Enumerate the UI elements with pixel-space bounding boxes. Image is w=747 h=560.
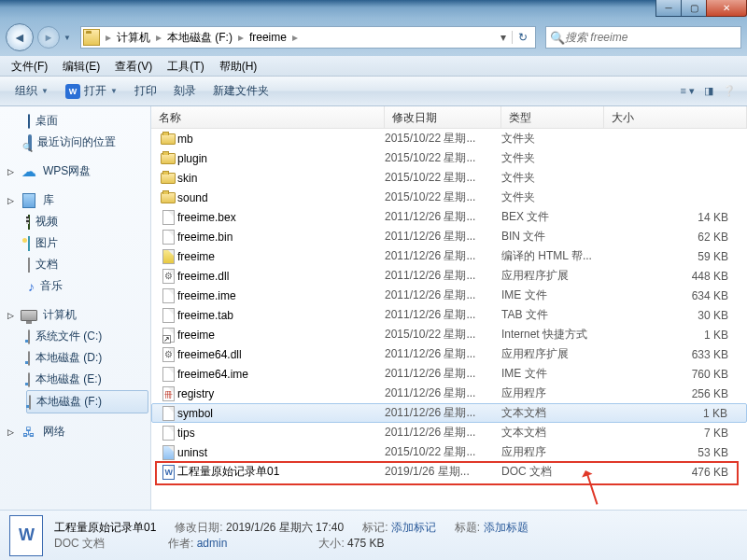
file-name: tips (177, 427, 385, 440)
sidebar-wps[interactable]: ▷☁WPS网盘 (0, 161, 150, 182)
file-name: freeime (177, 250, 385, 263)
file-date: 2011/12/26 星期... (385, 366, 501, 382)
close-button[interactable]: ✕ (706, 0, 747, 17)
dll-icon (162, 347, 175, 362)
address-bar[interactable]: ▸ 计算机 ▸ 本地磁盘 (F:) ▸ freeime ▸ ▾ ↻ (80, 26, 536, 49)
search-input[interactable] (565, 31, 737, 44)
file-date: 2015/10/22 星期... (385, 444, 501, 460)
file-date: 2011/12/26 星期... (385, 248, 501, 264)
file-row[interactable]: registry2011/12/26 星期...应用程序256 KB (151, 384, 747, 403)
reg-icon (162, 386, 175, 401)
sidebar-drive-e[interactable]: 本地磁盘 (E:) (0, 369, 150, 390)
back-button[interactable]: ◄ (6, 23, 34, 51)
cloud-icon: ☁ (21, 164, 37, 179)
breadcrumb-drive[interactable]: 本地磁盘 (F:) (163, 30, 236, 46)
header-name[interactable]: 名称 (151, 106, 385, 128)
file-date: 2011/12/26 星期... (385, 385, 501, 401)
sidebar-network[interactable]: ▷🖧网络 (0, 421, 150, 442)
breadcrumb-folder[interactable]: freeime (246, 31, 290, 44)
sidebar-videos[interactable]: 视频 (0, 211, 150, 232)
folder-icon (161, 153, 176, 164)
toolbar-open[interactable]: W打开▼ (58, 79, 125, 103)
menu-tools[interactable]: 工具(T) (160, 56, 211, 76)
maximize-button[interactable]: ▢ (681, 0, 707, 17)
file-row[interactable]: freeime64.dll2011/12/26 星期...应用程序扩展633 K… (151, 344, 747, 364)
file-row[interactable]: 工程量原始记录单012019/1/26 星期...DOC 文档476 KB (151, 462, 747, 482)
file-row[interactable]: freeime.bin2011/12/26 星期...BIN 文件62 KB (151, 227, 747, 246)
file-type: IME 文件 (501, 366, 604, 382)
file-row[interactable]: freeime.ime2011/12/26 星期...IME 文件634 KB (151, 286, 747, 305)
file-date: 2015/10/22 星期... (385, 189, 501, 205)
file-type: IME 文件 (501, 287, 604, 303)
header-date[interactable]: 修改日期 (385, 106, 501, 128)
file-row[interactable]: sound2015/10/22 星期...文件夹 (151, 188, 747, 207)
menu-edit[interactable]: 编辑(E) (55, 56, 107, 76)
search-box[interactable]: 🔍 (545, 26, 741, 49)
view-mode-icon[interactable]: ≡ ▾ (681, 85, 695, 97)
file-row[interactable]: tips2011/12/26 星期...文本文档7 KB (151, 423, 747, 442)
file-date: 2011/12/26 星期... (385, 287, 501, 303)
file-name: uninst (177, 446, 385, 459)
menu-help[interactable]: 帮助(H) (212, 56, 265, 76)
sidebar-music[interactable]: ♪音乐 (0, 275, 150, 297)
breadcrumb-computer[interactable]: 计算机 (113, 30, 154, 46)
file-size: 448 KB (604, 270, 747, 283)
file-row[interactable]: plugin2015/10/22 星期...文件夹 (151, 148, 747, 168)
sidebar-recent[interactable]: 最近访问的位置 (0, 132, 150, 153)
sidebar-drive-f[interactable]: 本地磁盘 (F:) (26, 390, 148, 413)
file-row[interactable]: freeime2011/12/26 星期...编译的 HTML 帮...59 K… (151, 246, 747, 266)
file-type: TAB 文件 (501, 307, 604, 323)
file-row[interactable]: symbol2011/12/26 星期...文本文档1 KB (151, 403, 747, 423)
toolbar-newfolder[interactable]: 新建文件夹 (205, 79, 276, 103)
folder-icon (161, 173, 176, 184)
file-type: 文本文档 (501, 425, 604, 441)
recent-icon (28, 134, 32, 151)
file-name: freeime.bin (177, 231, 385, 244)
dll-icon (162, 269, 175, 284)
file-row[interactable]: mb2015/10/22 星期...文件夹 (151, 129, 747, 148)
file-icon (162, 230, 175, 245)
forward-button[interactable]: ► (37, 26, 60, 49)
sidebar-pictures[interactable]: 图片 (0, 232, 150, 254)
toolbar-organize[interactable]: 组织▼ (7, 79, 56, 103)
file-row[interactable]: freeime.dll2011/12/26 星期...应用程序扩展448 KB (151, 266, 747, 286)
file-size: 634 KB (604, 289, 747, 302)
file-size: 14 KB (604, 211, 747, 224)
sidebar-desktop[interactable]: 桌面 (0, 110, 150, 132)
toolbar-print[interactable]: 打印 (127, 79, 164, 103)
refresh-icon[interactable]: ↻ (512, 31, 533, 44)
minimize-button[interactable]: ─ (655, 0, 682, 17)
sidebar-drive-d[interactable]: 本地磁盘 (D:) (0, 347, 150, 369)
address-dropdown-icon[interactable]: ▾ (495, 31, 512, 44)
help-icon[interactable]: ❔ (723, 85, 736, 97)
file-name: freeime64.ime (177, 368, 385, 381)
preview-pane-icon[interactable]: ◨ (704, 85, 713, 97)
menu-view[interactable]: 查看(V) (107, 56, 160, 76)
file-size: 30 KB (604, 309, 747, 322)
file-row[interactable]: freeime.bex2011/12/26 星期...BEX 文件14 KB (151, 207, 747, 227)
file-date: 2011/12/26 星期... (385, 307, 501, 323)
sidebar-drive-c[interactable]: 系统文件 (C:) (0, 326, 150, 347)
file-row[interactable]: freeime.tab2011/12/26 星期...TAB 文件30 KB (151, 305, 747, 325)
toolbar-burn[interactable]: 刻录 (166, 79, 204, 103)
sidebar-computer[interactable]: ▷计算机 (0, 304, 150, 326)
file-row[interactable]: uninst2015/10/22 星期...应用程序53 KB (151, 442, 747, 462)
menu-file[interactable]: 文件(F) (4, 56, 55, 76)
file-type: 应用程序扩展 (501, 346, 604, 362)
sidebar-documents[interactable]: 文档 (0, 254, 150, 275)
file-type: 应用程序扩展 (501, 268, 604, 284)
history-dropdown-icon[interactable]: ▼ (63, 34, 71, 42)
file-icon (162, 210, 175, 225)
header-type[interactable]: 类型 (501, 106, 604, 128)
sidebar-libraries[interactable]: ▷库 (0, 189, 150, 211)
header-size[interactable]: 大小 (604, 106, 747, 128)
file-row[interactable]: skin2015/10/22 星期...文件夹 (151, 168, 747, 188)
file-row[interactable]: freeime2015/10/22 星期...Internet 快捷方式1 KB (151, 325, 747, 344)
file-date: 2011/12/26 星期... (385, 209, 501, 225)
breadcrumb-sep: ▸ (104, 31, 113, 44)
file-type: 应用程序 (501, 444, 604, 460)
file-row[interactable]: freeime64.ime2011/12/26 星期...IME 文件760 K… (151, 364, 747, 384)
file-type: 文件夹 (501, 150, 604, 166)
file-size: 760 KB (604, 368, 747, 381)
file-size: 633 KB (604, 348, 747, 361)
